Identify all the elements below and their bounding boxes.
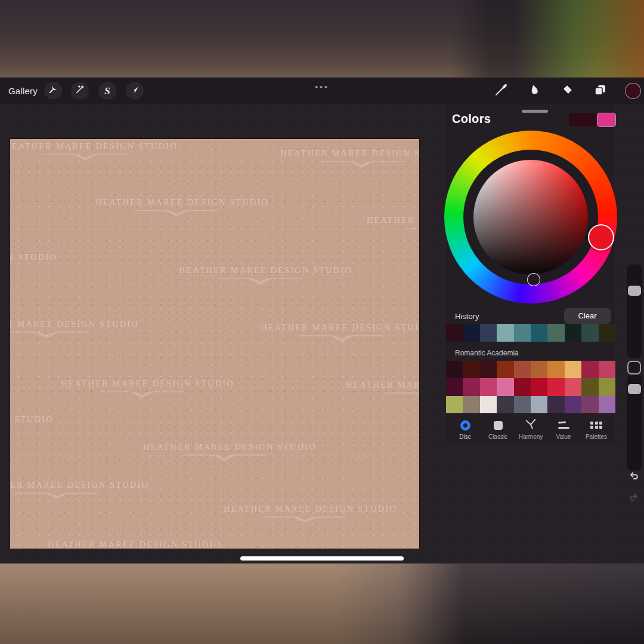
brush-tool-button[interactable]	[492, 82, 510, 100]
palette-swatch[interactable]	[547, 396, 564, 413]
palette-swatch[interactable]	[599, 361, 615, 378]
palette-swatch[interactable]	[531, 396, 547, 413]
palette-swatch[interactable]	[446, 396, 463, 413]
saturation-disc[interactable]	[473, 160, 588, 274]
palette-swatch[interactable]	[565, 378, 581, 395]
panel-title: Colors	[452, 112, 491, 126]
canvas-watermark: HEATHER MAREE DESIGN STUDIO	[179, 265, 341, 286]
palettes-icon	[590, 422, 602, 429]
canvas-watermark: HEATHER MAREE DESIGN STUDIO	[346, 380, 419, 401]
canvas-watermark: HEATHER MAREE DESIGN STUDIO	[48, 540, 210, 549]
multitask-menu-button[interactable]: •••	[0, 82, 644, 92]
eraser-icon	[561, 83, 574, 99]
brush-size-slider[interactable]	[627, 264, 642, 358]
palette-swatch[interactable]	[480, 361, 497, 378]
brush-opacity-slider[interactable]	[627, 374, 642, 471]
modify-button[interactable]	[627, 361, 641, 374]
previous-color-swatch[interactable]	[569, 113, 596, 126]
panel-drag-handle[interactable]	[522, 110, 548, 113]
palette-swatch[interactable]	[514, 396, 531, 413]
palette-swatch[interactable]	[581, 361, 598, 378]
canvas-watermark: HEATHER MAREE DESIGN STUDIO	[95, 197, 258, 218]
smudge-tool-button[interactable]	[525, 82, 543, 100]
history-swatch[interactable]	[446, 324, 463, 342]
drawing-canvas[interactable]: HEATHER MAREE DESIGN STUDIO HEATHER MARE…	[10, 139, 419, 549]
palette-swatch[interactable]	[497, 378, 513, 395]
palette-swatch[interactable]	[531, 378, 547, 395]
history-swatch[interactable]	[497, 324, 513, 342]
brush-size-handle[interactable]	[628, 286, 641, 296]
palette-swatch[interactable]	[599, 396, 615, 413]
palette-swatch[interactable]	[497, 361, 513, 378]
undo-button[interactable]	[626, 469, 642, 485]
tab-disc[interactable]: Disc	[450, 417, 481, 444]
disc-icon	[460, 420, 470, 431]
clear-history-button[interactable]: Clear	[564, 308, 611, 324]
canvas-watermark: HEATHER MAREE DESIGN STUDIO	[10, 480, 138, 501]
palette-swatch[interactable]	[581, 378, 598, 395]
harmony-icon	[524, 418, 537, 432]
tab-value[interactable]: Value	[548, 417, 579, 444]
palette-swatch[interactable]	[514, 378, 531, 395]
saturation-selector-handle[interactable]	[527, 273, 540, 286]
canvas-watermark: HEATHER MAREE DESIGN STUDIO	[143, 442, 305, 463]
palette-swatch[interactable]	[599, 378, 615, 395]
palette-swatch[interactable]	[497, 396, 513, 413]
history-label: History	[455, 312, 479, 321]
history-swatch[interactable]	[480, 324, 497, 342]
palette-swatch[interactable]	[480, 396, 497, 413]
canvas-watermark: HEATHER MAREE DESIGN STUDIO	[367, 215, 419, 236]
brush-opacity-handle[interactable]	[628, 384, 641, 394]
home-indicator[interactable]	[240, 556, 404, 561]
history-swatch[interactable]	[547, 324, 564, 342]
canvas-watermark: HEATHER MAREE DESIGN STUDIO	[224, 504, 386, 525]
palette-grid	[446, 361, 615, 413]
palette-swatch[interactable]	[565, 361, 581, 378]
redo-icon	[628, 491, 640, 506]
brush-icon	[494, 83, 508, 100]
palette-swatch[interactable]	[480, 378, 497, 395]
value-icon	[558, 422, 569, 428]
palette-name: Romantic Academia	[455, 349, 519, 357]
palette-swatch[interactable]	[446, 378, 463, 395]
history-swatch[interactable]	[463, 324, 479, 342]
tab-classic[interactable]: Classic	[482, 417, 513, 444]
blurred-background-top	[0, 0, 644, 78]
palette-swatch[interactable]	[463, 378, 479, 395]
history-swatch-row	[446, 324, 615, 342]
palette-swatch[interactable]	[547, 378, 564, 395]
history-swatch[interactable]	[531, 324, 547, 342]
eraser-tool-button[interactable]	[558, 82, 576, 100]
redo-button[interactable]	[626, 491, 642, 506]
active-color-button[interactable]	[625, 83, 641, 99]
palette-swatch[interactable]	[514, 361, 531, 378]
smudge-finger-icon	[527, 83, 540, 99]
canvas-watermark: HEATHER MAREE DESIGN STUDIO	[10, 252, 46, 273]
palette-swatch[interactable]	[531, 361, 547, 378]
canvas-watermark: HEATHER MAREE DESIGN STUDIO	[10, 141, 166, 162]
undo-icon	[628, 470, 640, 484]
palette-swatch[interactable]	[565, 396, 581, 413]
hue-selector-handle[interactable]	[588, 224, 614, 250]
history-swatch[interactable]	[514, 324, 531, 342]
history-swatch[interactable]	[581, 324, 598, 342]
palette-swatch[interactable]	[463, 361, 479, 378]
canvas-watermark: HEATHER MAREE DESIGN STUDIO	[261, 323, 419, 343]
colors-panel: Colors History Clear	[446, 104, 615, 444]
palette-swatch[interactable]	[463, 396, 479, 413]
canvas-watermark: HEATHER MAREE DESIGN STUDIO	[280, 148, 419, 169]
palette-swatch[interactable]	[581, 396, 598, 413]
history-swatch[interactable]	[599, 324, 615, 342]
color-wheel[interactable]	[444, 131, 617, 304]
canvas-watermark: HEATHER MAREE DESIGN STUDIO	[10, 414, 42, 435]
palette-swatch[interactable]	[547, 361, 564, 378]
history-swatch[interactable]	[565, 324, 581, 342]
classic-icon	[494, 421, 503, 430]
canvas-watermark: HEATHER MAREE DESIGN STUDIO	[61, 379, 223, 400]
palette-swatch[interactable]	[446, 361, 463, 378]
tab-harmony[interactable]: Harmony	[515, 417, 546, 444]
layers-button[interactable]	[591, 82, 609, 100]
tab-palettes[interactable]: Palettes	[581, 417, 612, 444]
layers-icon	[593, 83, 607, 100]
current-color-swatch[interactable]	[597, 113, 615, 126]
